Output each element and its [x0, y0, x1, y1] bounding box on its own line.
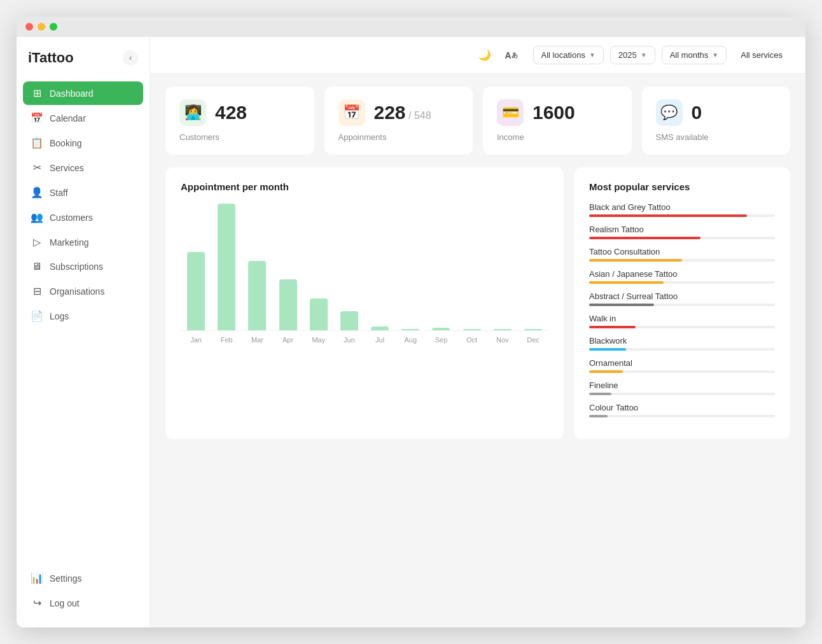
service-name: Black and Grey Tattoo — [589, 202, 775, 212]
service-item: Fineline — [589, 381, 775, 395]
bar — [310, 298, 328, 330]
stat-card-income: 💳 1600 Income — [483, 87, 632, 155]
stat-card-appointments: 📅 228 / 548 Appoinments — [324, 87, 473, 155]
bar-group — [457, 204, 487, 330]
chart-title: Appointment per month — [181, 181, 548, 192]
bar-month-label: Apr — [273, 336, 303, 344]
sidebar-label-logout: Log out — [50, 598, 80, 608]
stat-value-sms: 0 — [692, 102, 702, 123]
main-content: 🌙 Aあ All locations ▼ 2025 ▼ All months ▼… — [150, 37, 805, 627]
service-bar-fill — [589, 393, 611, 395]
bar-month-label: Aug — [395, 336, 426, 344]
service-name: Fineline — [589, 381, 775, 390]
logout-icon: ↪ — [31, 597, 43, 609]
collapse-button[interactable]: ‹ — [123, 50, 138, 66]
sidebar-item-logout[interactable]: ↪Log out — [23, 591, 143, 615]
stat-label-sms: SMS available — [656, 132, 777, 142]
year-filter-label: 2025 — [618, 50, 637, 60]
top-bar: 🌙 Aあ All locations ▼ 2025 ▼ All months ▼… — [150, 37, 805, 74]
sidebar-label-settings: Settings — [50, 573, 82, 584]
location-filter-label: All locations — [541, 50, 585, 60]
service-bar-fill — [589, 415, 608, 417]
bar — [340, 311, 358, 330]
browser-minimize[interactable] — [38, 23, 45, 31]
subscriptions-icon: 🖥 — [31, 261, 43, 272]
service-item: Realism Tattoo — [589, 225, 775, 239]
bar-group — [518, 204, 548, 330]
bar-group — [181, 204, 211, 330]
translate-icon[interactable]: Aあ — [503, 46, 520, 64]
service-name: Realism Tattoo — [589, 225, 775, 234]
sidebar-item-logs[interactable]: 📄Logs — [23, 304, 143, 328]
sidebar-item-staff[interactable]: 👤Staff — [23, 181, 143, 204]
stat-value-income: 1600 — [533, 102, 575, 123]
service-bar-track — [589, 259, 775, 262]
bar-labels: JanFebMarAprMayJunJulAugSepOctNovDec — [181, 336, 548, 344]
moon-icon[interactable]: 🌙 — [476, 46, 494, 64]
sidebar-item-settings[interactable]: 📊Settings — [23, 566, 143, 590]
top-bar-icons: 🌙 Aあ — [476, 46, 520, 64]
sidebar-item-organisations[interactable]: ⊟Organisations — [23, 279, 143, 303]
service-bar-track — [589, 237, 775, 239]
sidebar-label-calendar: Calendar — [50, 113, 86, 123]
sidebar-item-calendar[interactable]: 📅Calendar — [23, 106, 143, 130]
service-bar-track — [589, 326, 775, 328]
sidebar-label-dashboard: Dashboard — [50, 88, 94, 99]
services-filter[interactable]: All services — [733, 46, 790, 64]
months-filter[interactable]: All months ▼ — [662, 46, 727, 64]
stat-value-customers: 428 — [215, 102, 247, 123]
calendar-icon: 📅 — [31, 112, 43, 124]
service-bar-fill — [589, 326, 636, 328]
browser-maximize[interactable] — [50, 23, 57, 31]
sidebar-nav: ⊞Dashboard📅Calendar📋Booking✂Services👤Sta… — [17, 81, 150, 566]
service-name: Walk in — [589, 314, 775, 323]
service-name: Abstract / Surreal Tattoo — [589, 291, 775, 301]
service-bar-track — [589, 281, 775, 284]
sidebar-item-dashboard[interactable]: ⊞Dashboard — [23, 81, 143, 105]
sidebar: iTattoo ‹ ⊞Dashboard📅Calendar📋Booking✂Se… — [17, 37, 150, 627]
sidebar-item-marketing[interactable]: ▷Marketing — [23, 230, 143, 254]
service-item: Colour Tattoo — [589, 403, 775, 417]
settings-icon: 📊 — [31, 572, 43, 584]
bar — [432, 328, 450, 330]
stat-label-appointments: Appoinments — [338, 132, 459, 142]
bar — [463, 329, 481, 330]
browser-close[interactable] — [25, 23, 33, 31]
stat-top-appointments: 📅 228 / 548 — [338, 99, 459, 126]
app-name: iTattoo — [28, 50, 74, 66]
stat-label-customers: Customers — [179, 132, 300, 142]
sidebar-item-subscriptions[interactable]: 🖥Subscriptions — [23, 255, 143, 278]
booking-icon: 📋 — [31, 137, 43, 149]
services-list: Black and Grey Tattoo Realism Tattoo Tat… — [589, 202, 775, 417]
bar-month-label: Jun — [334, 336, 365, 344]
stat-sub-appointments: / 548 — [406, 110, 431, 121]
stat-card-sms: 💬 0 SMS available — [642, 87, 791, 155]
service-bar-fill — [589, 237, 700, 239]
service-name: Asian / Japanese Tattoo — [589, 269, 775, 279]
year-filter[interactable]: 2025 ▼ — [610, 46, 655, 64]
bar-chart — [181, 204, 548, 331]
bar-month-label: May — [303, 336, 334, 344]
sidebar-label-subscriptions: Subscriptions — [50, 262, 103, 272]
service-bar-track — [589, 348, 775, 351]
bar-group — [211, 204, 242, 330]
income-icon: 💳 — [497, 99, 524, 126]
bar-month-label: Nov — [487, 336, 518, 344]
location-filter[interactable]: All locations ▼ — [533, 46, 604, 64]
dashboard-icon: ⊞ — [31, 87, 43, 99]
bar — [187, 252, 205, 330]
sidebar-label-marketing: Marketing — [50, 237, 88, 248]
organisations-icon: ⊟ — [31, 285, 43, 297]
bar-month-label: Mar — [242, 336, 272, 344]
sidebar-item-customers[interactable]: 👥Customers — [23, 206, 143, 229]
service-name: Blackwork — [589, 336, 775, 346]
sidebar-item-services[interactable]: ✂Services — [23, 156, 143, 179]
service-item: Asian / Japanese Tattoo — [589, 269, 775, 284]
service-name: Ornamental — [589, 358, 775, 368]
service-bar-fill — [589, 214, 747, 217]
sms-icon: 💬 — [656, 99, 683, 126]
stat-value-appointments: 228 / 548 — [374, 102, 431, 123]
bar-month-label: Jul — [365, 336, 395, 344]
bar — [248, 261, 266, 330]
sidebar-item-booking[interactable]: 📋Booking — [23, 131, 143, 155]
